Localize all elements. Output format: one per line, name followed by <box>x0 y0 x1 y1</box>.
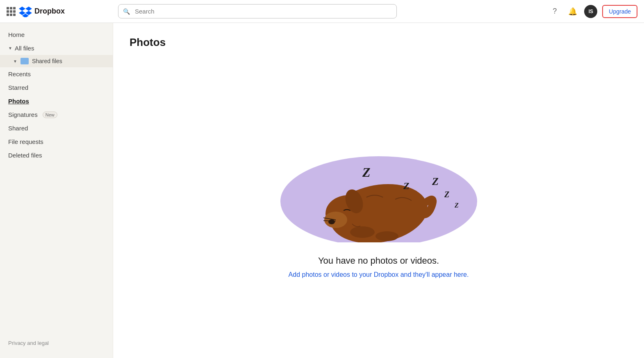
sidebar: Home ▼ All files ▼ Shared files Recents … <box>0 23 113 358</box>
search-icon: 🔍 <box>123 8 130 15</box>
search-bar-container: 🔍 <box>118 4 397 18</box>
dropbox-logo-icon <box>19 6 32 17</box>
notifications-button[interactable]: 🔔 <box>566 5 579 18</box>
search-input[interactable] <box>118 4 397 18</box>
sidebar-item-deleted-files[interactable]: Deleted files <box>0 148 113 162</box>
logo-text: Dropbox <box>34 7 65 16</box>
sidebar-item-shared-files[interactable]: ▼ Shared files <box>0 55 113 67</box>
avatar-initials: IS <box>589 9 593 14</box>
chevron-icon-shared: ▼ <box>13 59 17 64</box>
header-right: ? 🔔 IS Upgrade <box>548 5 637 18</box>
sidebar-item-file-requests[interactable]: File requests <box>0 135 113 148</box>
sleeping-dog-illustration: Z Z Z Z Z <box>272 78 485 242</box>
deleted-files-label: Deleted files <box>8 152 42 159</box>
empty-state: Z Z Z Z Z You have no photos or videos. … <box>272 78 485 278</box>
bell-icon: 🔔 <box>568 7 577 16</box>
help-button[interactable]: ? <box>548 5 561 18</box>
sidebar-item-signatures[interactable]: Signatures New <box>0 108 113 121</box>
sidebar-item-starred[interactable]: Starred <box>0 81 113 94</box>
svg-line-9 <box>323 221 336 221</box>
avatar-button[interactable]: IS <box>584 5 597 18</box>
header: Dropbox 🔍 ? 🔔 IS Upgrade <box>0 0 644 23</box>
svg-point-7 <box>375 231 398 241</box>
shared-label: Shared <box>8 125 28 132</box>
svg-point-4 <box>328 219 335 224</box>
upgrade-button[interactable]: Upgrade <box>602 5 637 18</box>
header-left: Dropbox <box>7 6 113 17</box>
recents-label: Recents <box>8 71 31 78</box>
page-title: Photos <box>130 36 166 49</box>
home-label: Home <box>8 31 25 38</box>
signatures-new-badge: New <box>43 112 57 118</box>
help-icon: ? <box>553 7 557 16</box>
svg-text:Z: Z <box>454 202 459 209</box>
empty-state-subtitle[interactable]: Add photos or videos to your Dropbox and… <box>289 271 469 278</box>
svg-text:Z: Z <box>444 190 449 199</box>
sidebar-item-home[interactable]: Home <box>0 28 113 41</box>
sidebar-item-shared[interactable]: Shared <box>0 121 113 135</box>
shared-files-label: Shared files <box>32 58 62 64</box>
main-layout: Home ▼ All files ▼ Shared files Recents … <box>0 23 644 358</box>
svg-text:Z: Z <box>403 180 410 191</box>
empty-state-title: You have no photos or videos. <box>318 255 439 266</box>
dropbox-logo[interactable]: Dropbox <box>19 6 65 17</box>
all-files-label: All files <box>15 45 34 52</box>
content-area: Photos <box>113 23 644 358</box>
svg-text:Z: Z <box>432 176 439 187</box>
chevron-down-icon: ▼ <box>8 46 12 50</box>
starred-label: Starred <box>8 84 28 91</box>
sidebar-bottom: Privacy and legal <box>0 333 113 353</box>
sidebar-item-photos[interactable]: Photos <box>0 94 113 108</box>
signatures-label: Signatures <box>8 111 38 118</box>
sidebar-item-recents[interactable]: Recents <box>0 67 113 81</box>
photos-label: Photos <box>8 98 29 105</box>
shared-files-folder-icon <box>20 58 29 64</box>
sidebar-item-all-files[interactable]: ▼ All files <box>0 41 113 55</box>
svg-point-6 <box>350 226 375 238</box>
svg-text:Z: Z <box>362 165 371 180</box>
privacy-legal-link[interactable]: Privacy and legal <box>8 340 49 346</box>
file-requests-label: File requests <box>8 138 43 145</box>
grid-menu-icon[interactable] <box>7 7 16 16</box>
